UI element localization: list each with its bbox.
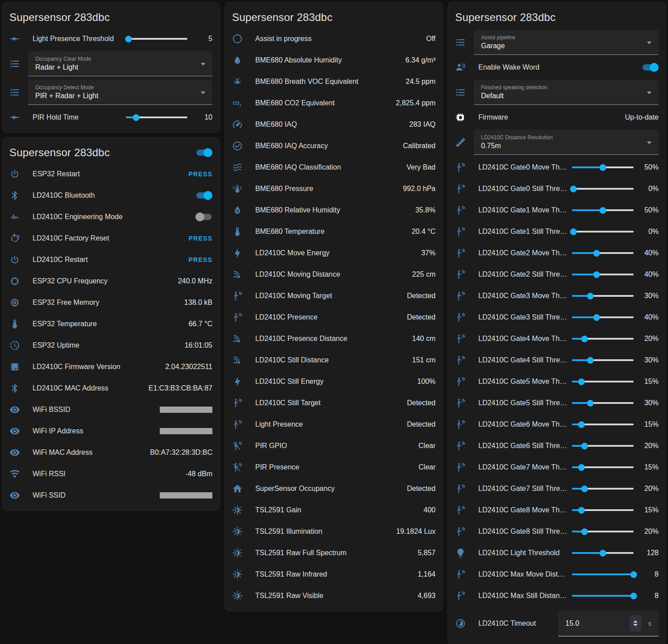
slider[interactable]: [572, 204, 634, 216]
slider[interactable]: [572, 161, 634, 174]
toggle-switch[interactable]: [195, 191, 212, 200]
row-ld2410c-max-move-dista[interactable]: LD2410C Max Move Dista…8: [455, 564, 659, 585]
slider[interactable]: [572, 525, 634, 538]
row-wifi-rssi[interactable]: WiFi RSSI-48 dBm: [9, 463, 212, 485]
row-wifi-ip-address[interactable]: WiFi IP Address: [9, 420, 212, 442]
row-bme680-iaq-accuracy[interactable]: BME680 IAQ AccuracyCalibrated: [232, 135, 436, 157]
row-esp32-free-memory[interactable]: ESP32 Free Memory138.0 kB: [9, 292, 212, 313]
row-ld2410c-gate8-move-thr[interactable]: LD2410C Gate8 Move Thr…15%: [455, 499, 659, 521]
slider-knob[interactable]: [593, 250, 600, 257]
row-bme680-temperature[interactable]: BME680 Temperature20.4 °C: [232, 221, 436, 242]
press-button[interactable]: PRESS: [189, 170, 212, 178]
slider[interactable]: [572, 547, 634, 559]
row-pir-presence[interactable]: PIR PresenceClear: [232, 457, 436, 478]
row-ld2410c-gate2-move-thr[interactable]: LD2410C Gate2 Move Thr…40%: [455, 242, 659, 264]
slider[interactable]: [572, 247, 634, 259]
select-occupancy-clear-mode[interactable]: Occupancy Clear ModeRadar + Light: [28, 51, 212, 76]
slider[interactable]: [572, 354, 634, 366]
row-bme680-pressure[interactable]: BME680 Pressure992.0 hPa: [232, 178, 436, 199]
slider[interactable]: [572, 268, 634, 281]
row-ld2410c-presence-distance[interactable]: LD2410C Presence Distance140 cm: [232, 328, 436, 349]
row-ld2410c-gate5-move-thr[interactable]: LD2410C Gate5 Move Thr…15%: [455, 371, 659, 392]
row-ld2410c-gate5-still-thres[interactable]: LD2410C Gate5 Still Thres…30%: [455, 392, 659, 414]
row-ld2410c-gate8-still-thres[interactable]: LD2410C Gate8 Still Thres…20%: [455, 521, 659, 542]
row-bme680-iaq[interactable]: BME680 IAQ283 IAQ: [232, 114, 436, 135]
slider[interactable]: [572, 375, 634, 388]
row-light-presence[interactable]: Light PresenceDetected: [232, 414, 436, 435]
row-tsl2591-raw-full-spectrum[interactable]: TSL2591 Raw Full Spectrum5,857: [232, 542, 436, 564]
row-ld2410c-move-energy[interactable]: LD2410C Move Energy37%: [232, 242, 436, 264]
row-esp32-temperature[interactable]: ESP32 Temperature66.7 °C: [9, 313, 212, 335]
slider-knob[interactable]: [593, 271, 600, 278]
row-enable-wake-word[interactable]: Enable Wake Word: [455, 57, 659, 78]
row-ld2410c-factory-reset[interactable]: LD2410C Factory ResetPRESS: [9, 228, 212, 249]
row-ld2410c-presence[interactable]: LD2410C PresenceDetected: [232, 307, 436, 328]
slider[interactable]: [572, 440, 634, 452]
slider-knob[interactable]: [587, 357, 594, 364]
chevron-down-icon[interactable]: [633, 624, 638, 626]
slider[interactable]: [572, 225, 634, 238]
row-bme680-co2-equivalent[interactable]: CO2BME680 CO2 Equivalent2,825.4 ppm: [232, 92, 436, 114]
slider-knob[interactable]: [581, 336, 588, 342]
slider-knob[interactable]: [631, 593, 637, 599]
row-ld2410c-gate1-move-thr[interactable]: LD2410C Gate1 Move Thr…50%: [455, 199, 659, 221]
row-ld2410c-timeout[interactable]: LD2410C Timeout15.0s: [455, 607, 659, 640]
row-ld2410c-gate4-still-thres[interactable]: LD2410C Gate4 Still Thres…30%: [455, 349, 659, 371]
row-bme680-breath-voc-equivalent[interactable]: BME680 Breath VOC Equivalent24.5 ppm: [232, 71, 436, 92]
slider[interactable]: [572, 504, 634, 516]
slider[interactable]: [572, 397, 634, 409]
row-ld2410c-still-energy[interactable]: LD2410C Still Energy100%: [232, 371, 436, 392]
slider-knob[interactable]: [631, 571, 637, 578]
toggle-switch[interactable]: [195, 212, 212, 222]
slider[interactable]: [572, 461, 634, 474]
row-ld2410c-gate1-still-thres[interactable]: LD2410C Gate1 Still Thres…0%: [455, 221, 659, 242]
slider-knob[interactable]: [581, 486, 588, 492]
slider[interactable]: [572, 332, 634, 345]
row-supersensor-occupancy[interactable]: SuperSensor OccupancyDetected: [232, 478, 436, 499]
row-ld2410c-distance-resolution[interactable]: LD2410C Distance Resolution0.75m: [455, 128, 659, 157]
row-ld2410c-light-threshold[interactable]: LD2410C Light Threshold128: [455, 542, 659, 564]
row-bme680-absolute-humidity[interactable]: BME680 Absolute Humidity6.34 g/m³: [232, 50, 436, 71]
press-button[interactable]: PRESS: [189, 235, 212, 242]
row-ld2410c-gate3-move-thr[interactable]: LD2410C Gate3 Move Thr…30%: [455, 285, 659, 307]
row-light-presence-threshold[interactable]: Light Presence Threshold5: [9, 28, 212, 50]
row-tsl2591-raw-visible[interactable]: TSL2591 Raw Visible4,693: [232, 585, 436, 607]
slider-knob[interactable]: [578, 378, 585, 385]
slider-knob[interactable]: [133, 114, 140, 121]
row-ld2410c-gate7-move-thr[interactable]: LD2410C Gate7 Move Thr…15%: [455, 457, 659, 478]
press-button[interactable]: PRESS: [189, 256, 212, 263]
row-pir-gpio[interactable]: PIR GPIOClear: [232, 435, 436, 457]
slider-knob[interactable]: [600, 207, 606, 214]
slider-knob[interactable]: [600, 550, 606, 557]
slider-knob[interactable]: [587, 400, 594, 407]
row-wifi-bssid[interactable]: WiFi BSSID: [9, 399, 212, 420]
row-bme680-iaq-classification[interactable]: BME680 IAQ ClassificationVery Bad: [232, 157, 436, 178]
row-ld2410c-restart[interactable]: LD2410C RestartPRESS: [9, 249, 212, 270]
row-ld2410c-still-target[interactable]: LD2410C Still TargetDetected: [232, 392, 436, 414]
slider[interactable]: [572, 418, 634, 431]
row-esp32-cpu-frequency[interactable]: ESP32 CPU Frequency240.0 MHz: [9, 270, 212, 292]
row-ld2410c-gate3-still-thres[interactable]: LD2410C Gate3 Still Thres…40%: [455, 307, 659, 328]
slider-knob[interactable]: [578, 464, 585, 471]
select-ld2410c-distance-resolution[interactable]: LD2410C Distance Resolution0.75m: [474, 130, 659, 155]
slider-knob[interactable]: [581, 528, 588, 535]
row-ld2410c-firmware-version[interactable]: LD2410C Firmware Version2.04.23022511: [9, 356, 212, 378]
slider-knob[interactable]: [578, 507, 585, 514]
row-ld2410c-gate7-still-thres[interactable]: LD2410C Gate7 Still Thres…20%: [455, 478, 659, 499]
row-ld2410c-gate6-still-thres[interactable]: LD2410C Gate6 Still Thres…20%: [455, 435, 659, 457]
row-esp32-uptime[interactable]: ESP32 Uptime16:01:05: [9, 335, 212, 356]
row-tsl2591-illumination[interactable]: TSL2591 Illumination19.1824 Lux: [232, 521, 436, 542]
row-occupancy-clear-mode[interactable]: Occupancy Clear ModeRadar + Light: [9, 50, 212, 78]
slider[interactable]: [126, 111, 187, 124]
row-ld2410c-max-still-distanc[interactable]: LD2410C Max Still Distanc…8: [455, 585, 659, 607]
row-firmware[interactable]: FirmwareUp-to-date: [455, 107, 659, 128]
select-occupancy-detect-mode[interactable]: Occupancy Detect ModePIR + Radar + Light: [28, 80, 212, 105]
row-assist-pipeline[interactable]: Assist pipelineGarage: [455, 28, 659, 57]
slider[interactable]: [572, 183, 634, 195]
row-bme680-relative-humidity[interactable]: BME680 Relative Humidity35.8%: [232, 199, 436, 221]
row-ld2410c-still-distance[interactable]: LD2410C Still Distance151 cm: [232, 349, 436, 371]
row-ld2410c-engineering-mode[interactable]: LD2410C Engineering Mode: [9, 206, 212, 228]
row-assist-in-progress[interactable]: Assist in progressOff: [232, 28, 436, 50]
row-ld2410c-bluetooth[interactable]: LD2410C Bluetooth: [9, 185, 212, 206]
slider[interactable]: [126, 33, 187, 45]
